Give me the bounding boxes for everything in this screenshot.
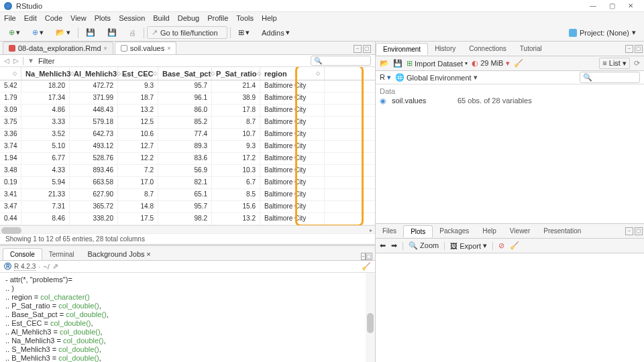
print-button[interactable]: 🖨 bbox=[124, 27, 141, 39]
tab-presentation[interactable]: Presentation bbox=[537, 225, 588, 237]
save-all-button[interactable]: 💾 bbox=[103, 26, 121, 39]
col-base-sat-pct[interactable]: Base_Sat_pct◇ bbox=[158, 67, 212, 80]
plot-next-icon[interactable]: ➡ bbox=[391, 241, 397, 250]
scrollbar-thumb[interactable] bbox=[1, 227, 21, 234]
tab-packages[interactable]: Packages bbox=[433, 225, 476, 237]
menu-edit[interactable]: Edit bbox=[24, 14, 37, 22]
tab-help[interactable]: Help bbox=[476, 225, 503, 237]
plot-prev-icon[interactable]: ⬅ bbox=[380, 241, 386, 250]
tab-console[interactable]: Console bbox=[3, 248, 42, 260]
tab-connections[interactable]: Connections bbox=[462, 43, 513, 54]
new-file-button[interactable]: ⊕▾ bbox=[4, 26, 25, 39]
tab-background-jobs[interactable]: Background Jobs × bbox=[81, 248, 158, 260]
save-button[interactable]: 💾 bbox=[81, 26, 100, 39]
tab-environment[interactable]: Environment bbox=[376, 43, 428, 55]
maximize-pane-icon[interactable]: ▢ bbox=[363, 45, 371, 53]
close-tab-icon[interactable]: × bbox=[104, 45, 107, 52]
tab-viewer[interactable]: Viewer bbox=[503, 225, 537, 237]
menu-session[interactable]: Session bbox=[119, 14, 145, 22]
grid-button[interactable]: ⊞▾ bbox=[233, 26, 254, 39]
table-row[interactable]: 3.094.86448.4313.286.017.8Baltimore City bbox=[0, 105, 375, 117]
r-version[interactable]: R 4.2.3 bbox=[14, 263, 36, 271]
minimize-pane-icon[interactable]: − bbox=[354, 45, 362, 53]
maximize-button[interactable]: ▢ bbox=[602, 2, 621, 9]
col-al-mehlich3[interactable]: Al_Mehlich3◇ bbox=[70, 67, 118, 80]
menu-code[interactable]: Code bbox=[45, 14, 62, 22]
zoom-button[interactable]: 🔍 Zoom bbox=[409, 241, 439, 250]
tab-tutorial[interactable]: Tutorial bbox=[513, 43, 549, 54]
menu-view[interactable]: View bbox=[70, 14, 87, 22]
console-vscrollbar[interactable] bbox=[366, 273, 375, 362]
goto-file-input[interactable]: ↗Go to file/function bbox=[147, 26, 227, 39]
export-button[interactable]: 🖼 Export ▾ bbox=[450, 241, 487, 250]
tab-plots[interactable]: Plots bbox=[403, 225, 433, 237]
new-project-button[interactable]: ⊕▾ bbox=[28, 26, 48, 39]
refresh-icon[interactable]: ⟳ bbox=[634, 59, 640, 68]
clear-plots-icon[interactable]: 🧹 bbox=[510, 241, 519, 250]
col-index[interactable]: ◇ bbox=[0, 67, 21, 80]
project-menu[interactable]: Project: (None) ▾ bbox=[565, 27, 640, 38]
tab-files[interactable]: Files bbox=[376, 225, 403, 237]
forward-icon[interactable]: ▷ bbox=[13, 57, 19, 64]
scroll-right-icon[interactable]: ▸ bbox=[367, 226, 375, 235]
menu-tools[interactable]: Tools bbox=[236, 14, 254, 22]
close-tab-icon[interactable]: × bbox=[167, 45, 170, 52]
table-row[interactable]: 0.448.46338.2017.598.213.2Baltimore City bbox=[0, 213, 375, 225]
tab-soil-values[interactable]: soil.values× bbox=[115, 42, 177, 54]
tab-rmd[interactable]: 08-data_exploration.Rmd× bbox=[3, 42, 113, 54]
env-item-soil-values[interactable]: ◉ soil.values 65 obs. of 28 variables bbox=[380, 97, 640, 105]
table-row[interactable]: 3.753.33579.1812.585.28.7Baltimore City bbox=[0, 117, 375, 129]
table-row[interactable]: 3.477.31365.7214.895.715.6Baltimore City bbox=[0, 201, 375, 213]
view-mode-button[interactable]: ≡ List ▾ bbox=[599, 58, 630, 69]
remove-plot-icon[interactable]: ⊘ bbox=[498, 241, 504, 250]
grid-hscrollbar[interactable]: ◂ ▸ bbox=[0, 225, 375, 233]
clear-console-icon[interactable]: 🧹 bbox=[362, 262, 371, 271]
clear-objects-button[interactable]: 🧹 bbox=[514, 59, 523, 68]
save-workspace-button[interactable]: 💾 bbox=[393, 59, 402, 68]
minimize-button[interactable]: — bbox=[584, 2, 602, 9]
menu-file[interactable]: File bbox=[4, 14, 16, 22]
minimize-pane-icon[interactable]: − bbox=[361, 253, 366, 260]
import-dataset-button[interactable]: ⊞Import Dataset▾ bbox=[407, 59, 468, 68]
table-row[interactable]: 3.745.10493.1212.789.39.3Baltimore City bbox=[0, 141, 375, 153]
back-icon[interactable]: ◁ bbox=[4, 57, 9, 64]
col-est-cec[interactable]: Est_CEC◇ bbox=[118, 67, 158, 80]
col-region[interactable]: region◇ bbox=[260, 67, 325, 80]
table-row[interactable]: 3.484.33893.467.256.910.3Baltimore City bbox=[0, 165, 375, 177]
load-workspace-button[interactable]: 📂 bbox=[380, 59, 389, 68]
menu-build[interactable]: Build bbox=[153, 14, 169, 22]
minimize-pane-icon[interactable]: − bbox=[625, 227, 633, 235]
cell: 38.9 bbox=[212, 93, 260, 104]
maximize-pane-icon[interactable]: ▢ bbox=[635, 45, 643, 53]
grid-search-input[interactable]: 🔍 bbox=[311, 56, 371, 66]
col-p-sat-ratio[interactable]: P_Sat_ratio◇ bbox=[212, 67, 260, 80]
table-row[interactable]: 5.4218.20472.729.395.721.4Baltimore City bbox=[0, 80, 375, 93]
minimize-pane-icon[interactable]: − bbox=[625, 45, 633, 53]
tab-terminal[interactable]: Terminal bbox=[42, 249, 81, 260]
menu-profile[interactable]: Profile bbox=[207, 14, 228, 22]
menu-debug[interactable]: Debug bbox=[178, 14, 199, 22]
working-dir[interactable]: ~/ bbox=[43, 263, 49, 271]
wd-popout-icon[interactable]: ⇗ bbox=[52, 262, 58, 271]
console-output[interactable]: - attr(*, "problems")=.. ).. region = co… bbox=[0, 273, 375, 362]
open-file-button[interactable]: 📂▾ bbox=[51, 26, 75, 39]
filter-icon[interactable]: ▼ bbox=[28, 57, 34, 64]
scope-selector[interactable]: 🌐Global Environment ▾ bbox=[395, 73, 478, 82]
maximize-pane-icon[interactable]: ▢ bbox=[635, 227, 643, 235]
table-row[interactable]: 3.363.52642.7310.677.410.7Baltimore City bbox=[0, 129, 375, 141]
env-search-input[interactable]: 🔍 bbox=[580, 72, 640, 83]
language-selector[interactable]: R ▾ bbox=[380, 73, 391, 82]
table-row[interactable]: 0.195.94663.5817.082.16.7Baltimore City bbox=[0, 177, 375, 189]
menu-plots[interactable]: Plots bbox=[95, 14, 111, 22]
addins-button[interactable]: Addins ▾ bbox=[257, 26, 294, 39]
tab-history[interactable]: History bbox=[428, 43, 462, 54]
table-row[interactable]: 1.7917.34371.9918.796.138.9Baltimore Cit… bbox=[0, 93, 375, 105]
memory-indicator[interactable]: ◐ 29 MiB ▾ bbox=[472, 59, 509, 68]
menu-help[interactable]: Help bbox=[262, 14, 277, 22]
filter-label[interactable]: Filter bbox=[38, 57, 54, 65]
close-button[interactable]: ✕ bbox=[621, 2, 640, 9]
table-row[interactable]: 3.4121.33627.908.765.18.5Baltimore City bbox=[0, 189, 375, 201]
col-na-mehlich3[interactable]: Na_Mehlich3◇ bbox=[21, 67, 70, 80]
table-row[interactable]: 1.946.77528.7612.283.617.2Baltimore City bbox=[0, 153, 375, 165]
maximize-pane-icon[interactable]: ▢ bbox=[366, 253, 372, 260]
